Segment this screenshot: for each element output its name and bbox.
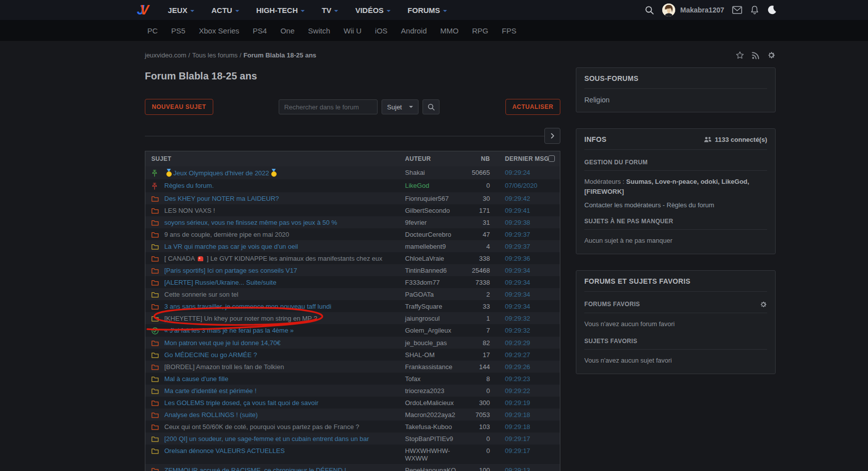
select-all-checkbox[interactable] [548, 155, 555, 162]
topic-last-msg-link[interactable]: 09:29:41 [505, 207, 530, 214]
topic-last-msg-link[interactable]: 09:29:37 [505, 243, 530, 250]
sub-forum-link-religion[interactable]: Religion [584, 96, 767, 104]
topic-title-link[interactable]: Analyse des ROLLINGS ! (suite) [164, 411, 258, 419]
username[interactable]: Makabra1207 [680, 6, 724, 14]
forum-search-input[interactable] [279, 99, 378, 114]
topic-last-msg-link[interactable]: 09:29:27 [505, 351, 530, 359]
avatar[interactable] [662, 3, 675, 16]
topic-title-link[interactable]: [KHEYETTE] Un khey pour noter mon string… [164, 315, 317, 322]
topic-title-link[interactable]: [ CANADA ] Le GVT KIDNAPPE les animaux d… [164, 255, 383, 262]
topic-last-msg-link[interactable]: 09:29:18 [505, 411, 530, 419]
topic-last-msg-link[interactable]: 09:29:32 [505, 315, 530, 322]
topic-author[interactable]: OrdoLeMalicieux [405, 399, 454, 407]
topic-author[interactable]: triocreza2023 [405, 387, 444, 395]
new-topic-button[interactable]: NOUVEAU SUJET [145, 99, 213, 115]
forum-rules-link[interactable]: Règles du forum [667, 201, 714, 209]
topic-last-msg-link[interactable]: 09:29:34 [505, 267, 530, 274]
topic-last-msg-link[interactable]: 09:29:23 [505, 375, 530, 383]
topic-author[interactable]: je_boucle_pas [405, 339, 447, 347]
subnav-item-wii-u[interactable]: Wii U [344, 26, 362, 35]
topic-title-link[interactable]: Go MÉDECINE ou go ARMÉE ? [164, 351, 257, 359]
topic-last-msg-link[interactable]: 09:29:29 [505, 339, 530, 347]
topic-title-link[interactable]: Mon patron veut que je lui donne 14,70€ [164, 339, 281, 347]
subnav-item-ps5[interactable]: PS5 [171, 26, 185, 35]
subnav-item-android[interactable]: Android [401, 26, 427, 35]
topic-author[interactable]: Takefusa-Kuboo [405, 423, 452, 431]
topic-title-link[interactable]: Règles du forum. [164, 182, 214, 189]
topic-title-link[interactable]: soyons sérieux, vous ne finissez même pa… [164, 219, 337, 226]
next-page-button[interactable] [544, 128, 560, 144]
subnav-item-switch[interactable]: Switch [308, 26, 330, 35]
topic-last-msg-link[interactable]: 09:29:36 [505, 255, 530, 262]
breadcrumb-item[interactable]: jeuxvideo.com [145, 51, 186, 59]
jv-logo[interactable]: JV [137, 2, 148, 18]
topic-author[interactable]: StopBanPITIEv9 [405, 435, 453, 443]
topic-author[interactable]: Shakai [405, 169, 425, 176]
topic-author[interactable]: ChloeLaVraie [405, 255, 444, 262]
subnav-item-mmo[interactable]: MMO [440, 26, 459, 35]
topic-last-msg-link[interactable]: 09:29:24 [505, 169, 530, 176]
topic-author[interactable]: DocteurCerebro [405, 231, 451, 238]
topic-author[interactable]: HWXWHWHW-WXWW [405, 447, 450, 462]
topic-author[interactable]: mamellebent9 [405, 243, 446, 250]
topic-author[interactable]: Frankassistance [405, 363, 452, 371]
topic-title-link[interactable]: [Paris sportifs] Ici on partage ses cons… [164, 267, 297, 274]
search-scope-select[interactable]: Sujet [382, 99, 419, 114]
topic-author[interactable]: jaiungroscul [405, 315, 439, 322]
subnav-item-one[interactable]: One [280, 26, 294, 35]
topic-last-msg-link[interactable]: 09:29:26 [505, 363, 530, 371]
subnav-item-fps[interactable]: FPS [502, 26, 516, 35]
topic-title-link[interactable]: LES NON VAXS ! [164, 207, 215, 214]
rss-icon[interactable] [752, 51, 760, 59]
favorite-star-icon[interactable] [736, 51, 744, 59]
topic-title-link[interactable]: « J'ai fait les 3 mais je ne ferai pas l… [164, 327, 294, 334]
topic-last-msg-link[interactable]: 09:29:18 [505, 423, 530, 431]
subnav-item-rpg[interactable]: RPG [472, 26, 488, 35]
topic-title-link[interactable]: La VR qui marche pas car je vois que d'u… [164, 243, 298, 250]
topic-title-link[interactable]: ZEMMOUR accusé de RACISME, ce chroniqueu… [164, 467, 346, 471]
topic-title-link[interactable]: [BORDEL] Amazon troll les fan de Tolkien [164, 363, 284, 371]
topic-author[interactable]: GilbertSecondo [405, 207, 450, 214]
topic-title-link[interactable]: Mal à cause d'une fille [164, 375, 228, 383]
topic-title-link[interactable]: [200 QI] un soudeur, une sage-femme et u… [164, 435, 369, 443]
topic-author[interactable]: SHAL-OM [405, 351, 434, 359]
favorites-gear-icon[interactable] [760, 301, 767, 308]
topic-title-link[interactable]: Les GOLEMS triple dosed, ça vous fait qu… [164, 399, 319, 407]
nav-item-tv[interactable]: TV [322, 6, 338, 14]
topic-last-msg-link[interactable]: 09:29:17 [505, 447, 530, 455]
topic-last-msg-link[interactable]: 09:29:32 [505, 327, 530, 334]
topic-author[interactable]: Golem_Argileux [405, 327, 451, 334]
contact-moderators-link[interactable]: Contacter les modérateurs [584, 201, 661, 209]
topic-author[interactable]: TintinBanned6 [405, 267, 446, 274]
topic-last-msg-link[interactable]: 09:29:34 [505, 279, 530, 286]
topic-last-msg-link[interactable]: 09:29:34 [505, 291, 530, 298]
topic-author[interactable]: TraffySquare [405, 303, 442, 310]
nav-item-actu[interactable]: ACTU [211, 6, 239, 14]
nav-item-jeux[interactable]: JEUX [168, 6, 194, 14]
topic-title-link[interactable]: 9 ans de couple, dernière pipe en mai 20… [164, 231, 289, 238]
topic-author[interactable]: LikeGod [405, 182, 429, 189]
topic-author[interactable]: F333dom77 [405, 279, 439, 286]
topic-title-link[interactable]: Ceux qui ont 50/60K de coté, pourquoi vo… [164, 423, 359, 431]
topic-last-msg-link[interactable]: 09:29:19 [505, 399, 530, 407]
subnav-item-pc[interactable]: PC [147, 26, 158, 35]
topic-author[interactable]: Tofax [405, 375, 421, 383]
subnav-item-ps4[interactable]: PS4 [253, 26, 267, 35]
topic-last-msg-link[interactable]: 09:29:38 [505, 219, 530, 226]
topic-title-link[interactable]: Orelsan dénonce VALEURS ACTUELLES [164, 447, 285, 455]
topic-title-link[interactable]: 3 ans sans travailler, je commence mon n… [164, 303, 331, 310]
topic-last-msg-link[interactable]: 07/06/2020 [505, 182, 537, 189]
topic-author[interactable]: PepeHanounaKO [405, 467, 456, 471]
topic-title-link[interactable]: Ma carte d'identité est périmée ! [164, 387, 257, 395]
topic-title-link[interactable]: Cette sonnerie sur son tel [164, 291, 238, 298]
refresh-button[interactable]: ACTUALISER [505, 99, 560, 115]
subnav-item-xbox-series[interactable]: Xbox Series [199, 26, 239, 35]
topic-author[interactable]: PaGOATa [405, 291, 434, 298]
topic-last-msg-link[interactable]: 09:29:17 [505, 435, 530, 443]
topic-last-msg-link[interactable]: 09:29:42 [505, 195, 530, 202]
messages-icon[interactable] [732, 6, 742, 14]
breadcrumb-item[interactable]: Tous les forums [192, 51, 238, 59]
topic-last-msg-link[interactable]: 09:29:22 [505, 387, 530, 395]
nav-item-forums[interactable]: FORUMS [408, 6, 447, 14]
notifications-bell-icon[interactable] [750, 5, 759, 15]
